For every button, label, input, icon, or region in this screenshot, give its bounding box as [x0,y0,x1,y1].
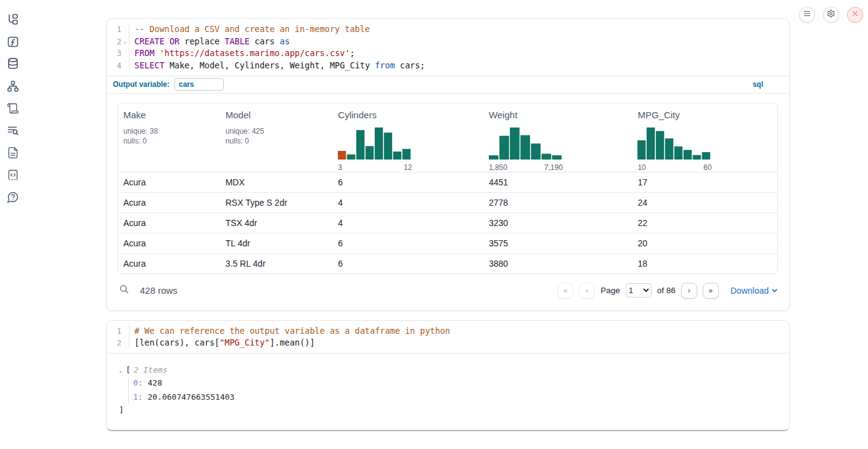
python-cell: 1# We can reference the output variable … [106,320,790,431]
page-select[interactable]: 1 [626,283,652,297]
tree-entry: 0: 428 [133,376,777,390]
function-square-icon[interactable] [7,36,19,48]
column-stat: unique: 425 [226,126,329,137]
settings-button[interactable] [823,7,839,23]
snippets-icon[interactable] [7,169,19,181]
scroll-icon[interactable] [7,102,19,115]
tree-open-bracket: [ [126,365,131,374]
code-line[interactable]: 4SELECT Make, Model, Cylinders, Weight, … [107,60,789,72]
notebook-actions [799,7,863,23]
column-header-make: Makeunique: 38nulls: 0 [118,110,221,172]
table-cell: 6 [333,238,484,248]
column-name[interactable]: Model [226,110,329,120]
code-text: [len(cars), cars["MPG_City"].mean()] [129,337,315,349]
notebook-cells: 1-- Download a CSV and create an in-memo… [106,18,790,431]
language-badge[interactable]: sql [753,80,783,89]
tree-entry-key: 1 [133,392,138,402]
table-cell: 6 [333,259,484,269]
shutdown-close-icon [851,9,859,20]
hierarchy-icon[interactable] [7,80,19,92]
table-cell: Acura [118,177,221,187]
last-page-button[interactable]: » [703,283,719,299]
line-number: 1 [107,23,121,36]
column-name[interactable]: MPG_City [637,110,772,120]
histogram-axis-labels: 1,8507,190 [489,163,563,172]
table-cell: MDX [221,177,334,187]
previous-page-button[interactable]: ‹ [579,283,595,299]
column-header-model: Modelunique: 425nulls: 0 [221,110,334,172]
histogram-axis-labels: 1060 [637,163,711,172]
sql-cell-output: Makeunique: 38nulls: 0Modelunique: 425nu… [107,93,789,310]
database-icon[interactable] [7,57,19,70]
left-sidebar [0,0,27,449]
column-header-weight: Weight1,8507,190 [484,110,633,172]
table-cell: 3230 [484,218,633,228]
chevron-down-icon [771,286,778,296]
output-variable-input[interactable] [174,78,224,91]
code-line[interactable]: 1-- Download a CSV and create an in-memo… [107,23,789,36]
next-page-button[interactable]: › [681,283,697,299]
table-row[interactable]: AcuraTSX 4dr4323022 [118,212,777,233]
column-name[interactable]: Make [123,110,216,120]
python-cell-output: ⌄ [ 2 Items 0: 4281: 20.060747663551403 … [107,353,789,430]
table-cell: TL 4dr [221,238,334,248]
table-row[interactable]: AcuraMDX6445117 [118,172,777,192]
table-cell: 2778 [484,198,633,208]
code-line[interactable]: 2⌄CREATE OR replace TABLE cars as [107,36,789,48]
fold-gutter [121,60,129,72]
data-table: Makeunique: 38nulls: 0Modelunique: 425nu… [118,103,778,274]
search-icon[interactable] [119,284,129,297]
settings-gear-icon [827,9,835,20]
help-icon[interactable] [7,191,19,203]
table-row[interactable]: Acura3.5 RL 4dr6388018 [118,253,777,273]
table-cell: 3575 [484,238,633,248]
line-number: 4 [107,60,121,72]
code-line[interactable]: 1# We can reference the output variable … [107,325,789,338]
table-cell: 3880 [484,259,633,269]
column-name[interactable]: Weight [489,110,628,120]
table-cell: Acura [118,218,221,228]
sql-code-editor[interactable]: 1-- Download a CSV and create an in-memo… [107,19,789,76]
code-line[interactable]: 2[len(cars), cars["MPG_City"].mean()] [107,337,789,349]
fold-gutter [121,23,129,36]
tree-item-count: 2 Items [134,365,168,374]
code-text: # We can reference the output variable a… [129,325,450,338]
line-number: 2 [107,337,121,349]
page-of-label: of 86 [657,286,676,295]
code-text: SELECT Make, Model, Cylinders, Weight, M… [129,60,425,72]
file-tree-icon[interactable] [7,14,19,26]
fold-chevron-icon[interactable]: ⌄ [121,36,129,48]
code-text: FROM 'https://datasets.marimo.app/cars.c… [129,47,355,60]
first-page-button[interactable]: « [557,283,573,299]
table-cell: 22 [633,218,777,228]
table-cell: 18 [633,259,777,269]
tree-entries: 0: 4281: 20.060747663551403 [128,376,777,404]
tree-entry-key: 0 [133,378,138,387]
fold-gutter [121,325,129,338]
line-number: 2 [107,36,121,48]
column-name[interactable]: Cylinders [338,110,479,120]
table-cell: 3.5 RL 4dr [221,259,334,269]
sql-cell: 1-- Download a CSV and create an in-memo… [106,18,790,311]
histogram-axis-labels: 312 [338,163,412,172]
table-cell: 20 [633,238,777,248]
column-stat: nulls: 0 [123,136,216,147]
search-list-icon[interactable] [7,124,19,137]
table-cell: 4451 [484,177,633,187]
tree-entry-value: 20.060747663551403 [147,392,234,402]
tree-collapse-icon[interactable]: ⌄ [119,367,126,373]
table-row[interactable]: AcuraRSX Type S 2dr4277824 [118,192,777,212]
code-line[interactable]: 3FROM 'https://datasets.marimo.app/cars.… [107,47,789,60]
download-label: Download [731,286,769,296]
table-cell: 4 [333,198,484,208]
fold-gutter [121,337,129,349]
document-icon[interactable] [7,147,19,159]
code-text: -- Download a CSV and create an in-memor… [129,23,370,36]
table-cell: RSX Type S 2dr [221,198,334,208]
download-button[interactable]: Download [731,286,778,296]
shutdown-button[interactable] [847,7,863,23]
table-cell: 24 [633,198,777,208]
table-row[interactable]: AcuraTL 4dr6357520 [118,233,777,253]
python-code-editor[interactable]: 1# We can reference the output variable … [107,321,789,353]
menu-button[interactable] [799,7,815,23]
